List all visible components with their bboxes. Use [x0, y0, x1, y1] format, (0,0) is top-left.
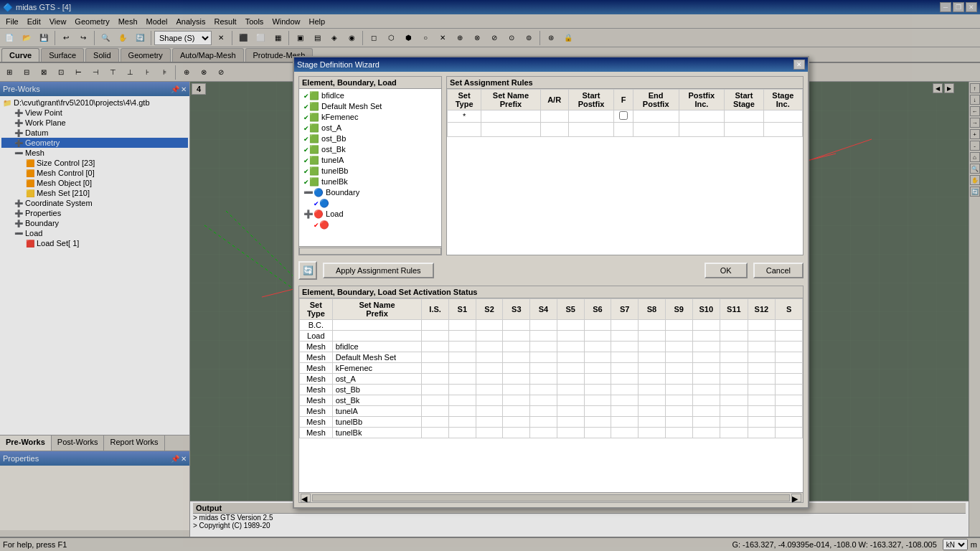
act-cell-stage[interactable] — [776, 374, 803, 385]
act-cell-stage[interactable] — [584, 331, 611, 342]
act-cell-stage[interactable] — [422, 352, 449, 363]
act-cell-stage[interactable] — [584, 406, 611, 417]
activation-row[interactable]: Load — [300, 331, 803, 342]
activation-row[interactable]: Meshost_Bk — [300, 395, 803, 406]
act-cell-stage[interactable] — [557, 320, 584, 331]
dialog-tree-item[interactable]: ✔ 🟩 ost_Bb — [301, 133, 440, 144]
act-cell-stage[interactable] — [720, 331, 748, 342]
dialog-tree-item[interactable]: ✔ 🟩 tunelBk — [301, 176, 440, 187]
act-cell-stage[interactable] — [557, 331, 584, 342]
dialog-tree-boundary-item[interactable]: ✔ 🔵 — [301, 198, 440, 209]
act-cell-stage[interactable] — [665, 352, 692, 363]
act-cell-stage[interactable] — [422, 331, 449, 342]
activation-row[interactable]: Meshost_A — [300, 374, 803, 385]
act-cell-stage[interactable] — [476, 395, 503, 406]
act-cell-stage[interactable] — [503, 342, 530, 352]
act-cell-stage[interactable] — [476, 385, 503, 395]
act-cell-stage[interactable] — [448, 352, 476, 363]
act-cell-stage[interactable] — [776, 395, 803, 406]
act-cell-stage[interactable] — [665, 363, 692, 374]
act-cell-stage[interactable] — [611, 395, 639, 406]
act-cell-stage[interactable] — [503, 385, 530, 395]
act-cell-stage[interactable] — [611, 352, 639, 363]
dialog-rules-content[interactable]: SetType Set NamePrefix A/R StartPostfix … — [447, 89, 803, 255]
act-cell-stage[interactable] — [476, 352, 503, 363]
dialog-tree-load-item[interactable]: ✔ 🔴 — [301, 220, 440, 230]
hscroll-thumb[interactable] — [312, 494, 790, 501]
activation-row[interactable]: Meshost_Bb — [300, 385, 803, 395]
dialog-tree-item[interactable]: ✔ 🟩 tunelA — [301, 155, 440, 166]
act-cell-stage[interactable] — [476, 320, 503, 331]
dialog-tree-boundary[interactable]: ➖ 🔵 Boundary — [301, 187, 440, 198]
act-cell-stage[interactable] — [584, 320, 611, 331]
act-cell-stage[interactable] — [639, 342, 666, 352]
act-cell-stage[interactable] — [776, 363, 803, 374]
act-cell-stage[interactable] — [665, 395, 692, 406]
act-cell-stage[interactable] — [639, 331, 666, 342]
act-cell-stage[interactable] — [530, 374, 557, 385]
act-cell-stage[interactable] — [557, 428, 584, 438]
hscroll-left-btn[interactable]: ◀ — [301, 494, 311, 502]
act-cell-stage[interactable] — [422, 428, 449, 438]
act-cell-stage[interactable] — [720, 374, 748, 385]
rules-checkbox-f[interactable] — [619, 111, 628, 120]
act-cell-stage[interactable] — [530, 385, 557, 395]
activation-hscrollbar[interactable]: ◀ ▶ — [299, 492, 803, 502]
act-cell-stage[interactable] — [720, 363, 748, 374]
act-cell-stage[interactable] — [503, 395, 530, 406]
act-cell-stage[interactable] — [422, 342, 449, 352]
act-cell-stage[interactable] — [720, 395, 748, 406]
act-cell-stage[interactable] — [422, 374, 449, 385]
act-cell-stage[interactable] — [611, 374, 639, 385]
act-cell-stage[interactable] — [665, 320, 692, 331]
act-cell-stage[interactable] — [639, 352, 666, 363]
act-cell-stage[interactable] — [776, 331, 803, 342]
rules-cell-ar[interactable] — [540, 110, 568, 123]
act-cell-stage[interactable] — [422, 385, 449, 395]
dialog-tree-item[interactable]: ✔ 🟩 bfidlce — [301, 90, 440, 101]
act-cell-stage[interactable] — [639, 374, 666, 385]
act-cell-stage[interactable] — [503, 428, 530, 438]
act-cell-stage[interactable] — [530, 320, 557, 331]
refresh-icon-button[interactable]: 🔄 — [298, 261, 317, 280]
act-cell-stage[interactable] — [611, 428, 639, 438]
rules-cell-sstage[interactable] — [725, 110, 763, 123]
act-cell-stage[interactable] — [530, 417, 557, 428]
act-cell-stage[interactable] — [692, 417, 720, 428]
activation-row[interactable]: MeshtunelBb — [300, 417, 803, 428]
act-cell-stage[interactable] — [557, 352, 584, 363]
rules-row-wildcard[interactable]: * — [448, 110, 803, 123]
dialog-close-button[interactable]: ✕ — [793, 60, 805, 70]
act-cell-stage[interactable] — [611, 417, 639, 428]
act-cell-stage[interactable] — [665, 342, 692, 352]
act-cell-stage[interactable] — [611, 342, 639, 352]
act-cell-stage[interactable] — [448, 331, 476, 342]
dialog-tree-item[interactable]: ✔ 🟩 Default Mesh Set — [301, 101, 440, 112]
act-cell-stage[interactable] — [748, 417, 776, 428]
activation-row[interactable]: MeshkFemenec — [300, 363, 803, 374]
act-cell-stage[interactable] — [776, 320, 803, 331]
act-cell-stage[interactable] — [530, 395, 557, 406]
act-cell-stage[interactable] — [476, 406, 503, 417]
act-cell-stage[interactable] — [584, 352, 611, 363]
rules-cell-start[interactable] — [568, 110, 614, 123]
act-cell-stage[interactable] — [639, 428, 666, 438]
act-cell-stage[interactable] — [448, 320, 476, 331]
act-cell-stage[interactable] — [748, 363, 776, 374]
act-cell-stage[interactable] — [748, 428, 776, 438]
tree-scrollbar[interactable] — [299, 246, 441, 255]
activation-row[interactable]: MeshDefault Mesh Set — [300, 352, 803, 363]
act-cell-stage[interactable] — [503, 417, 530, 428]
act-cell-stage[interactable] — [584, 395, 611, 406]
rules-cell-end[interactable] — [633, 110, 679, 123]
act-cell-stage[interactable] — [611, 331, 639, 342]
rules-cell-sinc[interactable] — [763, 110, 802, 123]
act-cell-stage[interactable] — [639, 406, 666, 417]
act-cell-stage[interactable] — [530, 342, 557, 352]
rules-cell-star[interactable]: * — [448, 110, 481, 123]
act-cell-stage[interactable] — [530, 331, 557, 342]
act-cell-stage[interactable] — [748, 352, 776, 363]
act-cell-stage[interactable] — [720, 428, 748, 438]
dialog-tree-content[interactable]: ✔ 🟩 bfidlce ✔ 🟩 Default Mesh Set ✔ 🟩 kFe… — [299, 89, 441, 246]
act-cell-stage[interactable] — [639, 385, 666, 395]
